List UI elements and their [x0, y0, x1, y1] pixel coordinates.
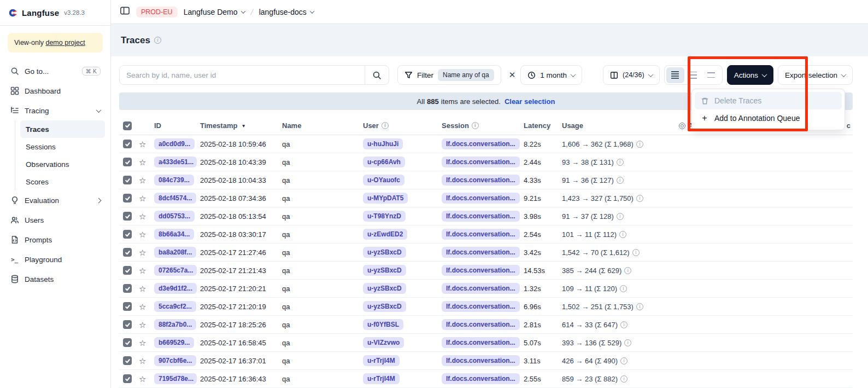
bookmark-star-icon[interactable]: ☆: [139, 285, 146, 293]
bookmark-star-icon[interactable]: ☆: [139, 140, 146, 148]
row-checkbox[interactable]: [123, 230, 132, 239]
row-height-small-button[interactable]: [666, 67, 684, 83]
select-all-checkbox[interactable]: [123, 121, 132, 130]
trace-id-link[interactable]: 88f2a7b0...: [154, 319, 196, 330]
user-id-link[interactable]: u-OYauofc: [363, 175, 404, 186]
sidebar-item-observations[interactable]: Observations: [20, 155, 105, 173]
project-selector[interactable]: langfuse-docs: [259, 8, 314, 16]
session-id-link[interactable]: lf.docs.conversation...: [442, 319, 520, 330]
usage-info-icon[interactable]: [636, 141, 643, 148]
row-checkbox[interactable]: [123, 194, 132, 202]
row-checkbox[interactable]: [123, 374, 132, 383]
usage-info-icon[interactable]: [617, 159, 624, 166]
trace-id-link[interactable]: dd05753...: [154, 211, 195, 222]
sidebar-item-users[interactable]: Users: [5, 210, 105, 230]
row-checkbox[interactable]: [123, 158, 132, 166]
menu-item-delete-traces[interactable]: Delete Traces: [695, 92, 842, 109]
user-id-link[interactable]: u-yzSBxcD: [363, 265, 406, 276]
clear-filter-button[interactable]: ✕: [509, 70, 516, 80]
sidebar-item-goto[interactable]: Go to... ⌘ K: [5, 61, 105, 81]
demo-project-link[interactable]: demo project: [45, 39, 85, 47]
trace-id-link[interactable]: b669529...: [154, 337, 194, 348]
usage-info-icon[interactable]: [636, 303, 643, 310]
bookmark-star-icon[interactable]: ☆: [139, 194, 146, 202]
row-checkbox[interactable]: [123, 338, 132, 347]
row-checkbox[interactable]: [123, 212, 132, 221]
columns-button[interactable]: (24/36): [603, 65, 660, 85]
usage-info-icon[interactable]: [620, 357, 627, 364]
sidebar-item-dashboard[interactable]: Dashboard: [5, 81, 105, 101]
filter-button[interactable]: Filter Name any of qa: [397, 65, 501, 85]
bookmark-star-icon[interactable]: ☆: [139, 212, 146, 221]
usage-info-icon[interactable]: [620, 321, 627, 328]
session-id-link[interactable]: lf.docs.conversation...: [442, 211, 520, 222]
trace-id-link[interactable]: 084c739...: [154, 175, 194, 186]
session-id-link[interactable]: lf.docs.conversation...: [442, 138, 520, 149]
session-id-link[interactable]: lf.docs.conversation...: [442, 247, 520, 258]
bookmark-star-icon[interactable]: ☆: [139, 321, 146, 329]
header-name[interactable]: Name: [282, 121, 363, 130]
trace-id-link[interactable]: a0cd0d9...: [154, 138, 195, 149]
usage-info-icon[interactable]: [632, 249, 640, 256]
menu-item-add-to-annotation-queue[interactable]: + Add to Annotation Queue: [695, 109, 842, 127]
session-id-link[interactable]: lf.docs.conversation...: [442, 283, 520, 294]
session-id-link[interactable]: lf.docs.conversation...: [442, 373, 520, 384]
sidebar-item-tracing[interactable]: Tracing: [5, 101, 105, 120]
usage-info-icon[interactable]: [620, 285, 627, 292]
trace-id-link[interactable]: 07265c7a...: [154, 265, 197, 276]
session-id-link[interactable]: lf.docs.conversation...: [442, 193, 520, 204]
row-checkbox[interactable]: [123, 320, 132, 329]
usage-info-icon[interactable]: [636, 195, 643, 202]
sidebar-item-prompts[interactable]: Prompts: [5, 230, 105, 250]
row-checkbox[interactable]: [123, 302, 132, 311]
user-id-link[interactable]: u-rTrjI4M: [363, 373, 400, 384]
export-selection-button[interactable]: Export selection: [778, 65, 853, 85]
info-icon[interactable]: [154, 37, 161, 44]
trace-id-link[interactable]: ba8a208f...: [154, 247, 196, 258]
org-selector[interactable]: Langfuse Demo: [184, 8, 245, 16]
row-checkbox[interactable]: [123, 140, 132, 148]
trace-id-link[interactable]: 907cbf6e...: [154, 355, 196, 366]
row-height-medium-button[interactable]: [684, 67, 702, 83]
row-checkbox[interactable]: [123, 248, 132, 257]
sidebar-item-scores[interactable]: Scores: [20, 173, 105, 190]
user-id-link[interactable]: u-huJhuJi: [363, 138, 403, 149]
session-id-link[interactable]: lf.docs.conversation...: [442, 265, 520, 276]
trace-id-link[interactable]: 7195d78e...: [154, 373, 197, 384]
row-checkbox[interactable]: [123, 284, 132, 293]
user-id-link[interactable]: u-VIZzvwo: [363, 337, 404, 348]
search-input[interactable]: [120, 71, 365, 79]
sidebar-toggle-icon[interactable]: [120, 5, 130, 18]
trace-id-link[interactable]: d3e9d1f2...: [154, 283, 197, 294]
bookmark-star-icon[interactable]: ☆: [139, 230, 146, 239]
bookmark-star-icon[interactable]: ☆: [139, 158, 146, 166]
usage-info-icon[interactable]: [624, 267, 631, 274]
bookmark-star-icon[interactable]: ☆: [139, 303, 146, 311]
bookmark-star-icon[interactable]: ☆: [139, 357, 146, 365]
user-id-link[interactable]: u-zEwdED2: [363, 229, 407, 240]
sidebar-item-evaluation[interactable]: Evaluation: [5, 190, 105, 210]
bookmark-star-icon[interactable]: ☆: [139, 248, 146, 257]
trace-id-link[interactable]: 5cca9cf2...: [154, 301, 196, 312]
usage-info-icon[interactable]: [617, 177, 624, 184]
search-button[interactable]: [365, 66, 389, 84]
sidebar-item-traces[interactable]: Traces: [20, 120, 105, 138]
header-usage[interactable]: Usage: [562, 121, 679, 130]
sidebar-item-datasets[interactable]: Datasets: [5, 269, 105, 289]
header-latency[interactable]: Latency: [524, 121, 562, 130]
bookmark-star-icon[interactable]: ☆: [139, 267, 146, 275]
user-id-link[interactable]: u-cp66Avh: [363, 157, 405, 167]
user-id-link[interactable]: u-yzSBxcD: [363, 247, 406, 258]
session-id-link[interactable]: lf.docs.conversation...: [442, 337, 520, 348]
clear-selection-link[interactable]: Clear selection: [505, 97, 555, 106]
usage-info-icon[interactable]: [624, 339, 631, 346]
user-id-link[interactable]: u-yzSBxcD: [363, 283, 406, 294]
header-user[interactable]: User: [363, 121, 442, 130]
row-checkbox[interactable]: [123, 176, 132, 184]
time-range-button[interactable]: 1 month: [520, 65, 582, 85]
usage-info-icon[interactable]: [620, 375, 627, 383]
usage-info-icon[interactable]: [617, 213, 624, 220]
bookmark-star-icon[interactable]: ☆: [139, 176, 146, 184]
session-id-link[interactable]: lf.docs.conversation...: [442, 175, 520, 186]
bookmark-star-icon[interactable]: ☆: [139, 339, 146, 347]
